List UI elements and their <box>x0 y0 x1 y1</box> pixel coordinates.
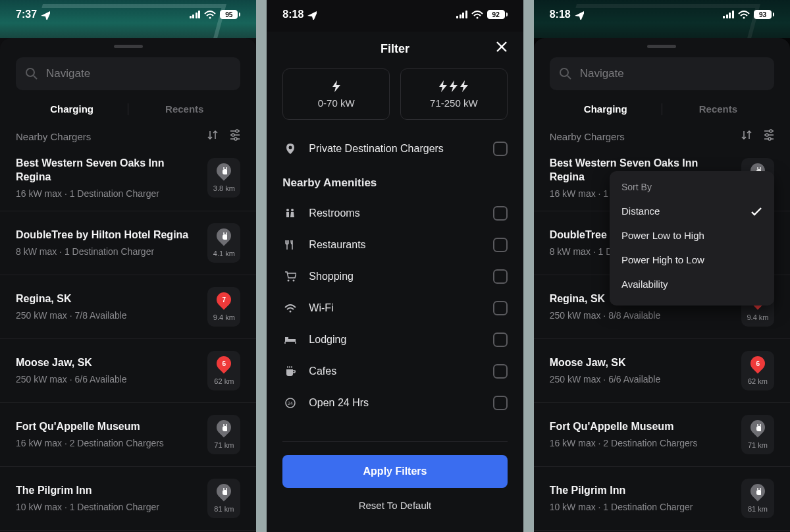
sort-menu: Sort By Distance Power Low to High Power… <box>610 171 774 306</box>
sort-power-low-high[interactable]: Power Low to High <box>610 223 774 248</box>
distance-badge: 3.8 km <box>207 158 240 198</box>
sheet-grabber[interactable] <box>647 45 676 48</box>
charger-row[interactable]: The Pilgrim Inn 10 kW max · 1 Destinatio… <box>0 467 256 531</box>
filter-private-dest[interactable]: Private Destination Chargers <box>282 133 507 165</box>
close-button[interactable] <box>496 41 508 55</box>
battery-indicator: 92 <box>487 10 508 19</box>
checkbox[interactable] <box>493 332 508 347</box>
section-title: Nearby Chargers <box>16 131 91 142</box>
distance-badge: 6 62 km <box>207 351 240 390</box>
destination-charger-pin-icon <box>217 163 231 182</box>
sheet-grabber[interactable] <box>114 45 143 48</box>
search-placeholder: Navigate <box>46 67 90 80</box>
charger-subtitle: 250 kW max · 6/6 Available <box>16 374 198 385</box>
charger-title: Fort Qu'Appelle Museum <box>550 420 732 434</box>
charger-title: Regina, SK <box>16 292 198 306</box>
sort-availability[interactable]: Availability <box>610 272 774 296</box>
checkbox[interactable] <box>493 238 508 252</box>
tab-recents[interactable]: Recents <box>662 101 774 117</box>
checkbox[interactable] <box>493 396 508 410</box>
wifi-icon <box>282 304 298 313</box>
checkbox[interactable] <box>493 142 508 156</box>
cellular-signal-icon <box>456 11 467 18</box>
charger-row[interactable]: The Pilgrim Inn 10 kW max · 1 Destinatio… <box>534 467 790 531</box>
sort-power-high-low[interactable]: Power High to Low <box>610 248 774 272</box>
tab-charging[interactable]: Charging <box>550 101 662 117</box>
charger-subtitle: 16 kW max · 2 Destination Chargers <box>550 438 732 448</box>
charger-row[interactable]: Moose Jaw, SK 250 kW max · 6/6 Available… <box>534 339 790 403</box>
bottom-sheet: Navigate Charging Recents Nearby Charger… <box>0 38 256 532</box>
charger-list: Best Western Seven Oaks Inn Regina 16 kW… <box>0 153 256 531</box>
filter-power-0-70[interactable]: 0-70 kW <box>282 68 390 120</box>
charger-title: DoubleTree by Hilton Hotel Regina <box>16 228 198 242</box>
open24-icon <box>282 397 298 409</box>
screenshot-sort-menu: 8:18 93 Navigate Charging Recents Nearby… <box>534 0 790 532</box>
status-time: 8:18 <box>282 9 303 20</box>
filter-open24[interactable]: Open 24 Hrs <box>282 387 507 419</box>
filter-wifi[interactable]: Wi-Fi <box>282 292 507 324</box>
cellular-signal-icon <box>190 11 201 18</box>
supercharger-pin-icon: 7 <box>217 292 231 311</box>
status-bar: 8:18 92 <box>267 0 523 29</box>
checkbox[interactable] <box>493 364 508 379</box>
screenshot-nearby-chargers: 7:37 95 Navigate Charging Recents Nearby… <box>0 0 256 532</box>
close-icon <box>496 41 508 53</box>
filter-lodging[interactable]: Lodging <box>282 324 507 356</box>
sort-button[interactable] <box>741 130 752 143</box>
charger-row[interactable]: Regina, SK 250 kW max · 7/8 Available 7 … <box>0 275 256 339</box>
filter-restrooms[interactable]: Restrooms <box>282 198 507 229</box>
search-input[interactable]: Navigate <box>550 57 774 90</box>
tab-recents[interactable]: Recents <box>128 101 240 117</box>
charger-title: Moose Jaw, SK <box>550 356 732 370</box>
charger-title: Moose Jaw, SK <box>16 356 198 370</box>
reset-filters-button[interactable]: Reset To Default <box>282 500 507 511</box>
tab-charging[interactable]: Charging <box>16 101 128 117</box>
charger-subtitle: 10 kW max · 1 Destination Charger <box>550 502 732 512</box>
distance-badge: 71 km <box>741 415 774 454</box>
battery-indicator: 95 <box>220 10 240 19</box>
bolt-icon <box>332 80 340 92</box>
sort-distance[interactable]: Distance <box>610 199 774 223</box>
distance-badge: 4.1 km <box>207 223 240 263</box>
pin-icon <box>282 143 298 155</box>
filter-title: Filter <box>381 42 409 56</box>
section-header: Nearby Chargers <box>534 129 790 153</box>
filter-shopping[interactable]: Shopping <box>282 261 507 292</box>
charger-row[interactable]: DoubleTree by Hilton Hotel Regina 8 kW m… <box>0 211 256 275</box>
distance-text: 62 km <box>748 377 768 385</box>
wifi-icon <box>738 10 750 19</box>
checkbox[interactable] <box>493 206 508 221</box>
charger-row[interactable]: Moose Jaw, SK 250 kW max · 6/6 Available… <box>0 339 256 403</box>
location-arrow-icon <box>40 9 50 20</box>
distance-text: 4.1 km <box>213 250 235 257</box>
filter-button[interactable] <box>764 129 774 144</box>
charger-row[interactable]: Best Western Seven Oaks Inn Regina 16 kW… <box>0 153 256 211</box>
charger-title: Fort Qu'Appelle Museum <box>16 420 198 434</box>
charger-row[interactable]: Fort Qu'Appelle Museum 16 kW max · 2 Des… <box>534 403 790 467</box>
distance-text: 71 km <box>214 441 234 449</box>
charger-subtitle: 16 kW max · 2 Destination Chargers <box>16 438 198 448</box>
filter-button[interactable] <box>230 129 240 144</box>
distance-text: 9.4 km <box>747 313 768 321</box>
cellular-signal-icon <box>723 11 734 18</box>
checkbox[interactable] <box>493 301 508 315</box>
apply-filters-button[interactable]: Apply Filters <box>282 455 507 488</box>
status-bar: 7:37 95 <box>0 0 256 29</box>
distance-text: 9.4 km <box>213 313 235 321</box>
filter-restaurants[interactable]: Restaurants <box>282 229 507 261</box>
charger-row[interactable]: Fort Qu'Appelle Museum 16 kW max · 2 Des… <box>0 403 256 467</box>
screenshot-filter: 8:18 92 Filter 0-70 kW <box>267 0 523 532</box>
filter-cafes[interactable]: Cafes <box>282 356 507 387</box>
section-title: Nearby Chargers <box>550 131 625 142</box>
search-input[interactable]: Navigate <box>16 57 240 90</box>
checkbox[interactable] <box>493 269 508 284</box>
sort-button[interactable] <box>207 130 218 143</box>
charger-subtitle: 250 kW max · 7/8 Available <box>16 310 198 321</box>
filter-power-71-250[interactable]: 71-250 kW <box>400 68 508 120</box>
cafes-icon <box>282 365 298 377</box>
wifi-icon <box>204 10 216 19</box>
battery-indicator: 93 <box>754 10 774 19</box>
search-icon <box>559 67 572 80</box>
charger-subtitle: 10 kW max · 1 Destination Charger <box>16 502 198 512</box>
shopping-icon <box>282 271 298 282</box>
